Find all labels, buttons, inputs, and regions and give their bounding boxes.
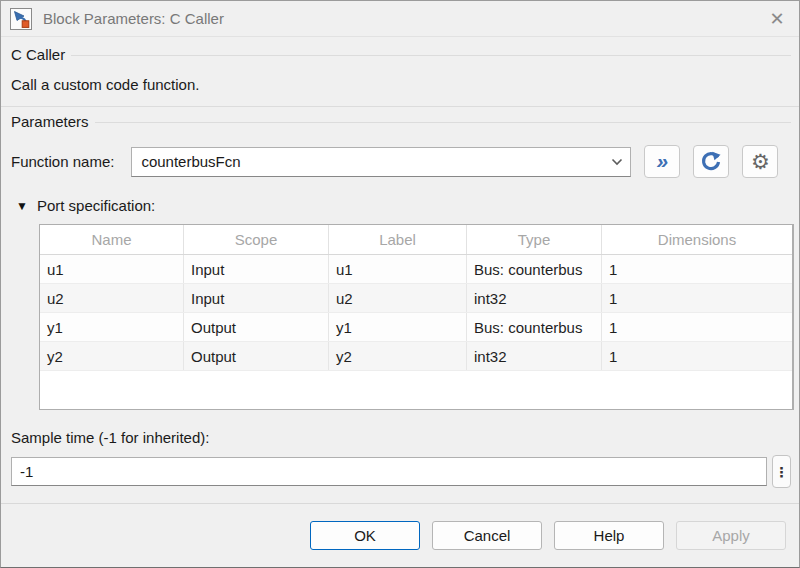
block-type-group: C Caller — [11, 46, 791, 63]
cell-scope[interactable]: Output — [184, 342, 329, 370]
cell-type[interactable]: int32 — [467, 284, 602, 312]
table-row[interactable]: y2 Output y2 int32 1 — [40, 342, 792, 371]
cell-name[interactable]: u2 — [40, 284, 184, 312]
cell-dimensions[interactable]: 1 — [602, 342, 792, 370]
cell-type[interactable]: Bus: counterbus — [467, 255, 602, 283]
port-spec-label: Port specification: — [37, 197, 155, 214]
close-icon[interactable]: ✕ — [755, 1, 799, 36]
function-name-value: counterbusFcn — [141, 153, 604, 170]
collapse-triangle-icon[interactable]: ▼ — [16, 199, 28, 213]
sample-time-row: ⋮ — [11, 455, 791, 488]
help-button[interactable]: Help — [554, 521, 664, 550]
column-header-scope[interactable]: Scope — [184, 225, 329, 254]
dialog-content: C Caller Call a custom code function. Pa… — [1, 37, 799, 567]
cell-scope[interactable]: Input — [184, 255, 329, 283]
sample-time-input[interactable] — [11, 457, 767, 486]
sample-time-label: Sample time (-1 for inherited): — [11, 429, 791, 446]
cell-label[interactable]: y2 — [329, 342, 467, 370]
group-divider-line — [71, 55, 791, 56]
group-divider-line — [95, 122, 791, 123]
cell-scope[interactable]: Output — [184, 313, 329, 341]
kebab-icon: ⋮ — [775, 464, 789, 480]
titlebar: Block Parameters: C Caller ✕ — [1, 1, 799, 37]
double-chevron-icon: » — [657, 150, 669, 174]
kebab-menu-button[interactable]: ⋮ — [772, 455, 791, 488]
apply-button: Apply — [676, 521, 786, 550]
cell-name[interactable]: y2 — [40, 342, 184, 370]
parameters-group: Parameters — [11, 113, 791, 130]
settings-button[interactable]: ⚙ — [742, 145, 778, 178]
block-parameters-dialog: Block Parameters: C Caller ✕ C Caller Ca… — [0, 0, 800, 568]
ok-button[interactable]: OK — [310, 521, 420, 550]
block-description: Call a custom code function. — [11, 75, 791, 95]
gear-icon: ⚙ — [751, 151, 770, 172]
section-divider — [1, 106, 799, 107]
table-empty-area — [40, 371, 792, 409]
cell-dimensions[interactable]: 1 — [602, 313, 792, 341]
cell-scope[interactable]: Input — [184, 284, 329, 312]
function-name-row: Function name: counterbusFcn » ⚙ — [11, 145, 791, 178]
function-name-label: Function name: — [11, 153, 114, 170]
cancel-button[interactable]: Cancel — [432, 521, 542, 550]
cell-dimensions[interactable]: 1 — [602, 284, 792, 312]
function-name-combobox[interactable]: counterbusFcn — [131, 147, 631, 177]
refresh-icon — [700, 151, 722, 173]
column-header-name[interactable]: Name — [40, 225, 184, 254]
cell-dimensions[interactable]: 1 — [602, 255, 792, 283]
footer-button-bar: OK Cancel Help Apply — [11, 504, 791, 567]
window-title: Block Parameters: C Caller — [43, 10, 755, 27]
port-spec-toggle[interactable]: ▼ Port specification: — [11, 197, 791, 214]
column-header-type[interactable]: Type — [467, 225, 602, 254]
cell-type[interactable]: int32 — [467, 342, 602, 370]
column-header-label[interactable]: Label — [329, 225, 467, 254]
cell-name[interactable]: u1 — [40, 255, 184, 283]
parameters-label: Parameters — [11, 113, 95, 130]
table-row[interactable]: u1 Input u1 Bus: counterbus 1 — [40, 255, 792, 284]
block-type-label: C Caller — [11, 46, 71, 63]
cell-label[interactable]: u1 — [329, 255, 467, 283]
cell-label[interactable]: u2 — [329, 284, 467, 312]
chevron-down-icon[interactable] — [604, 148, 630, 176]
table-header-row: Name Scope Label Type Dimensions — [40, 225, 792, 255]
port-spec-table: Name Scope Label Type Dimensions u1 Inpu… — [39, 224, 794, 410]
simulink-block-icon — [10, 8, 32, 30]
cell-label[interactable]: y1 — [329, 313, 467, 341]
cell-name[interactable]: y1 — [40, 313, 184, 341]
column-header-dimensions[interactable]: Dimensions — [602, 225, 792, 254]
table-row[interactable]: u2 Input u2 int32 1 — [40, 284, 792, 313]
refresh-button[interactable] — [693, 145, 729, 178]
cell-type[interactable]: Bus: counterbus — [467, 313, 602, 341]
table-row[interactable]: y1 Output y1 Bus: counterbus 1 — [40, 313, 792, 342]
expand-editor-button[interactable]: » — [644, 145, 680, 178]
